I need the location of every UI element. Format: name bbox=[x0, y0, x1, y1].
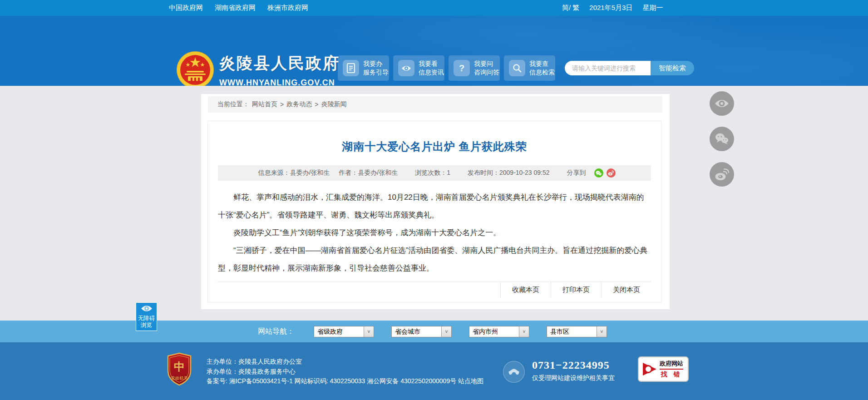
breadcrumb-separator: > bbox=[315, 101, 318, 108]
share-label: 分享到 bbox=[567, 169, 586, 177]
button-info-news[interactable]: 我要看信息资讯 bbox=[393, 55, 444, 81]
document-icon bbox=[343, 60, 359, 76]
gov-site-error-report-badge[interactable]: 政府网站 找 错 bbox=[638, 356, 689, 382]
meta-publish-time: 发布时间：2009-10-23 09:52 bbox=[468, 169, 550, 177]
footer-info: 主办单位：炎陵县人民政府办公室 承办单位：炎陵县政务服务中心 备案号: 湘ICP… bbox=[207, 357, 483, 386]
select-provincial-gov[interactable]: 省级政府 ˅ bbox=[314, 326, 374, 337]
article-actions: 收藏本页 打印本页 关闭本页 bbox=[217, 281, 651, 298]
top-bar: 中国政府网 湖南省政府网 株洲市政府网 简/ 繁 2021年5月3日 星期一 bbox=[0, 0, 868, 16]
sitemap-link[interactable]: 站点地图 bbox=[458, 377, 483, 385]
eye-icon bbox=[141, 305, 153, 312]
button-ask-qa[interactable]: ? 我要问咨询问答 bbox=[449, 55, 500, 81]
error-finder-icon bbox=[641, 361, 658, 377]
question-icon: ? bbox=[454, 60, 470, 76]
article-meta-bar: 信息来源：县委办/张和生 作者：县委办/张和生 浏览次数：1 发布时间：2009… bbox=[218, 165, 651, 181]
site-nav-label: 网站导航： bbox=[258, 321, 294, 342]
topbar-links: 中国政府网 湖南省政府网 株洲市政府网 bbox=[169, 0, 308, 16]
bookmark-page-button[interactable]: 收藏本页 bbox=[500, 282, 551, 298]
footer-phone-note: 仅受理网站建设维护相关事宜 bbox=[532, 374, 615, 382]
button-label: 我要问咨询问答 bbox=[474, 59, 499, 77]
weibo-share-icon[interactable] bbox=[607, 168, 616, 178]
magnifier-icon bbox=[509, 60, 525, 76]
lang-toggle[interactable]: 简/ 繁 bbox=[562, 4, 579, 12]
site-footer: 中 党政机关 主办单位：炎陵县人民政府办公室 承办单位：炎陵县政务服务中心 备案… bbox=[0, 342, 868, 400]
current-date: 2021年5月3日 bbox=[589, 4, 632, 12]
link-zhuzhou-gov[interactable]: 株洲市政府网 bbox=[267, 4, 308, 12]
footer-organizer: 主办单位：炎陵县人民政府办公室 bbox=[207, 357, 483, 367]
breadcrumb-separator: > bbox=[280, 101, 284, 108]
meta-source: 信息来源：县委办/张和生 bbox=[258, 169, 330, 177]
article-title: 湖南十大爱心名片出炉 鱼片获此殊荣 bbox=[208, 139, 661, 154]
site-nav-band: 网站导航： 省级政府 ˅ 省会城市 ˅ 省内市州 ˅ 县市区 ˅ bbox=[0, 321, 868, 342]
select-capital-cities[interactable]: 省会城市 ˅ bbox=[391, 326, 452, 337]
error-badge-text: 政府网站 找 错 bbox=[660, 360, 683, 379]
content-box: 当前位置： 网站首页 > 政务动态 > 炎陵新闻 湖南十大爱心名片出炉 鱼片获此… bbox=[201, 94, 670, 309]
chevron-down-icon: ˅ bbox=[364, 326, 374, 337]
breadcrumb-section[interactable]: 政务动态 bbox=[286, 100, 312, 109]
current-weekday: 星期一 bbox=[642, 4, 663, 12]
wechat-icon bbox=[715, 133, 729, 145]
select-province-cities[interactable]: 省内市州 ˅ bbox=[469, 326, 529, 337]
link-hunan-gov[interactable]: 湖南省政府网 bbox=[215, 4, 256, 12]
eye-icon bbox=[398, 60, 414, 76]
search-input[interactable] bbox=[565, 61, 651, 75]
quick-service-buttons: 我要办服务引导 我要看信息资讯 ? 我要问咨询问答 bbox=[338, 55, 555, 81]
site-name: 炎陵县人民政府 bbox=[219, 53, 340, 74]
link-china-gov[interactable]: 中国政府网 bbox=[169, 4, 203, 12]
eye-float-button[interactable] bbox=[710, 91, 734, 116]
breadcrumb-current: 炎陵新闻 bbox=[321, 100, 346, 109]
button-search-info[interactable]: 我要查信息检索 bbox=[504, 55, 555, 81]
chevron-down-icon: ˅ bbox=[597, 326, 607, 337]
topbar-meta: 简/ 繁 2021年5月3日 星期一 bbox=[562, 0, 663, 16]
footer-icp-line: 备案号: 湘ICP备05003421号-1 网站标识码: 4302250033 … bbox=[207, 376, 483, 386]
select-county-districts[interactable]: 县市区 ˅ bbox=[547, 326, 607, 337]
chevron-down-icon: ˅ bbox=[519, 326, 529, 337]
phone-icon bbox=[503, 361, 525, 383]
meta-author: 作者：县委办/张和生 bbox=[339, 169, 398, 177]
button-label: 我要看信息资讯 bbox=[419, 59, 444, 77]
article-paragraph: “三湘骄子，爱在中国——湖南省首届爱心名片征选”活动由团省委、湖南人民广播电台共… bbox=[218, 242, 651, 277]
close-page-button[interactable]: 关闭本页 bbox=[601, 282, 651, 298]
chevron-down-icon: ˅ bbox=[441, 326, 451, 337]
party-gov-badge-icon[interactable]: 中 党政机关 bbox=[166, 352, 192, 386]
weibo-icon bbox=[715, 168, 729, 181]
page: 中国政府网 湖南省政府网 株洲市政府网 简/ 繁 2021年5月3日 星期一 bbox=[0, 0, 868, 400]
smart-search-button[interactable]: 智能检索 bbox=[651, 61, 694, 75]
eye-icon bbox=[714, 99, 730, 109]
footer-icp: 备案号: 湘ICP备05003421号-1 网站标识码: 4302250033 … bbox=[207, 377, 456, 385]
site-search: 智能检索 bbox=[565, 61, 694, 75]
article-paragraph: 炎陵助学义工“鱼片”刘朝华获得了这项荣誉称号，成为湖南十大爱心名片之一。 bbox=[218, 224, 651, 242]
national-emblem-icon bbox=[176, 50, 215, 91]
site-header: 炎陵县人民政府 WWW.HNYANLING.GOV.CN 我要办服务引导 我要看… bbox=[0, 16, 868, 86]
meta-views: 浏览次数：1 bbox=[415, 169, 450, 177]
site-title-block: 炎陵县人民政府 WWW.HNYANLING.GOV.CN bbox=[219, 50, 340, 91]
breadcrumb-home[interactable]: 网站首页 bbox=[252, 100, 277, 109]
svg-text:党政机关: 党政机关 bbox=[171, 375, 188, 380]
article-container: 湖南十大爱心名片出炉 鱼片获此殊荣 信息来源：县委办/张和生 作者：县委办/张和… bbox=[207, 121, 661, 302]
footer-undertaker: 承办单位：炎陵县政务服务中心 bbox=[207, 367, 483, 377]
breadcrumb: 当前位置： 网站首页 > 政务动态 > 炎陵新闻 bbox=[208, 96, 662, 113]
accessibility-browse-button[interactable]: 无障碍浏览 bbox=[136, 302, 157, 331]
breadcrumb-label: 当前位置： bbox=[217, 100, 249, 109]
footer-phone-number: 0731−22234995 bbox=[532, 359, 610, 371]
button-service-guide[interactable]: 我要办服务引导 bbox=[338, 55, 389, 81]
share-icons bbox=[594, 168, 616, 178]
print-page-button[interactable]: 打印本页 bbox=[551, 282, 601, 298]
article-paragraph: 鲜花、掌声和感动的泪水，汇集成爱的海洋。10月22日晚，湖南首届爱心名片颁奖典礼… bbox=[218, 188, 651, 224]
accessibility-label: 无障碍浏览 bbox=[136, 315, 157, 329]
site-logo[interactable]: 炎陵县人民政府 WWW.HNYANLING.GOV.CN bbox=[176, 50, 340, 91]
svg-text:中: 中 bbox=[174, 360, 185, 373]
article-body: 鲜花、掌声和感动的泪水，汇集成爱的海洋。10月22日晚，湖南首届爱心名片颁奖典礼… bbox=[218, 188, 651, 277]
button-label: 我要查信息检索 bbox=[529, 59, 555, 77]
wechat-share-icon[interactable] bbox=[594, 168, 603, 178]
wechat-float-button[interactable] bbox=[710, 127, 734, 151]
button-label: 我要办服务引导 bbox=[363, 59, 389, 77]
weibo-float-button[interactable] bbox=[710, 162, 734, 187]
